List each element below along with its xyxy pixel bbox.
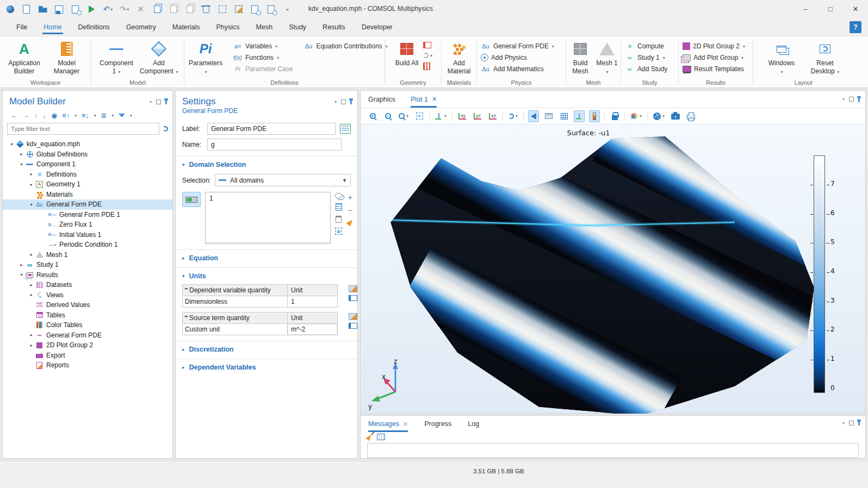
tree-item-results[interactable]: ▾Results [3,270,172,280]
toolbar-overflow-icon[interactable]: ▾ [283,5,292,14]
open-file-icon[interactable] [38,5,47,14]
update-geometry-icon[interactable] [423,53,429,58]
sort-icon[interactable]: ▸▸ [185,286,188,291]
tree-item-zero-flux1[interactable]: D→Zero Flux 1 [3,220,172,230]
tree-item-definitions[interactable]: ▸≡Definitions [3,170,172,180]
tab-developer[interactable]: Developer [361,20,394,34]
cut-icon[interactable]: ✕ [136,5,145,14]
tree-item-datasets[interactable]: ▸Datasets [3,280,172,290]
expander-icon[interactable]: ▸ [28,252,35,257]
show-grid-icon[interactable] [559,110,569,122]
tab-mesh[interactable]: Mesh [255,20,274,34]
preview-icon[interactable] [250,5,259,14]
domain-selection-header[interactable]: ▾Domain Selection [182,161,351,168]
tree-filter-input[interactable] [7,123,159,135]
tab-progress[interactable]: Progress [424,416,451,432]
preview-all-icon[interactable] [266,5,276,14]
panel-menu-icon[interactable]: ▾ [842,421,845,426]
tab-plot1[interactable]: Plot 1✕ [411,91,437,108]
functions-button[interactable]: f(x)Functions▾ [231,53,294,62]
expander-icon[interactable]: ▸ [28,343,35,348]
view-yz-icon[interactable]: yz [472,110,483,122]
tab-home[interactable]: Home [42,20,63,34]
move-up-icon[interactable]: ↑ [34,111,38,120]
add-physics-button[interactable]: Add Physics [479,53,556,62]
move-down-icon[interactable]: ↓ [43,111,47,120]
graphics-canvas[interactable]: Surface: -u1 [361,124,865,414]
minimize-button[interactable]: – [793,0,818,17]
float-panel-icon[interactable] [156,99,161,104]
tree-item-2d-plot-group2[interactable]: ▸2D Plot Group 2 [3,340,172,351]
discretization-header[interactable]: ▸Discretization [182,346,351,353]
tab-study[interactable]: Study [288,20,307,34]
expander-icon[interactable]: ▸ [28,283,35,287]
equation-header[interactable]: ▸Equation [182,254,351,262]
select-box-icon[interactable] [218,5,227,14]
open-table-icon[interactable] [377,434,385,440]
view-xy-icon[interactable]: xy [457,110,468,122]
add-component-button[interactable]: Add Component ▾ [138,39,179,78]
expander-icon[interactable]: ▸ [28,333,35,337]
scene-light-icon[interactable] [528,110,539,122]
color-theme-icon[interactable]: ▾ [629,110,643,122]
edit-quantity-icon[interactable] [349,285,357,292]
tree-item-global-definitions[interactable]: ▸Global Definitions [3,149,172,160]
name-input[interactable] [207,139,342,151]
environment-reflections-icon[interactable] [543,110,554,122]
tree-item-root[interactable]: ▾kdv_equation.mph [3,139,172,149]
tree-item-color-tables[interactable]: Color Tables [3,320,172,330]
parameter-case-button[interactable]: PiParameter Case [231,65,294,73]
expander-icon[interactable]: ▸ [18,262,25,267]
expander-icon[interactable]: ▾ [18,162,25,167]
add-plot-group-button[interactable]: Add Plot Group▾ [681,53,747,62]
undo-icon[interactable]: ↶▾ [103,5,113,14]
partition-icon[interactable] [423,62,430,70]
filter-icon[interactable] [119,114,125,117]
tab-materials[interactable]: Materials [171,20,201,34]
expander-icon[interactable]: ▸ [28,172,35,177]
plot-group2-button[interactable]: 2D Plot Group 2▾ [681,42,747,51]
insert-unit-icon[interactable] [349,295,357,301]
tree-item-general-form-pde[interactable]: ▾ΔuGeneral Form PDE [3,199,172,210]
new-file-icon[interactable] [22,5,31,14]
mesh1-button[interactable]: Mesh 1 ▾ [594,39,619,78]
expander-icon[interactable]: ▾ [28,202,35,207]
maximize-button[interactable]: □ [818,0,843,17]
tab-log[interactable]: Log [468,416,479,432]
insert-unit-icon[interactable] [349,323,357,329]
table-row[interactable]: Dimensionless 1 [183,296,337,307]
tree-item-materials[interactable]: Materials [3,190,172,200]
help-button[interactable]: ? [850,21,861,33]
table-row[interactable]: Custom unit m^-2 [183,324,337,335]
quantity-cell[interactable]: Dimensionless [183,296,287,307]
tree-item-study1[interactable]: ▸∞Study 1 [3,260,172,270]
model-tree-nodes-icon[interactable]: ≣ [101,111,107,120]
reset-desktop-button[interactable]: Reset Desktop ▾ [808,39,842,78]
snapshot-icon[interactable] [670,110,681,122]
unit-cell[interactable]: m^-2 [287,324,337,335]
component1-button[interactable]: Component 1 ▾ [96,39,137,78]
result-templates-button[interactable]: Result Templates [681,65,747,73]
add-study-button[interactable]: ∞Add Study [623,65,669,73]
zoom-in-icon[interactable]: + [367,110,378,122]
copy-icon[interactable] [152,5,162,14]
tab-physics[interactable]: Physics [215,20,240,34]
zoom-out-icon[interactable]: − [382,110,393,122]
rename-icon[interactable] [340,124,351,134]
domain-selection-list[interactable]: 1 [205,192,331,244]
update-plot-icon[interactable]: ▾ [652,110,666,122]
lock-camera-icon[interactable] [609,110,620,122]
delete-icon[interactable] [201,5,210,14]
parameters-button[interactable]: Pi Parameters▾ [188,39,224,78]
quantity-cell[interactable]: Custom unit [183,324,287,335]
build-mesh-button[interactable]: Build Mesh [567,39,593,78]
tree-item-periodic-condition1[interactable]: —▪Periodic Condition 1 [3,240,172,250]
duplicate-icon[interactable] [185,5,194,14]
tree-item-general-form-pde1[interactable]: D—General Form PDE 1 [3,210,172,220]
pin-icon[interactable] [858,420,860,426]
selection-dropdown[interactable]: All domains ▼ [215,174,351,186]
expander-icon[interactable]: ▾ [8,142,15,147]
tab-graphics[interactable]: Graphics [368,91,395,108]
study1-button[interactable]: ∞Study 1▾ [623,53,669,62]
dropdown-caret[interactable]: ▾ [94,114,96,118]
